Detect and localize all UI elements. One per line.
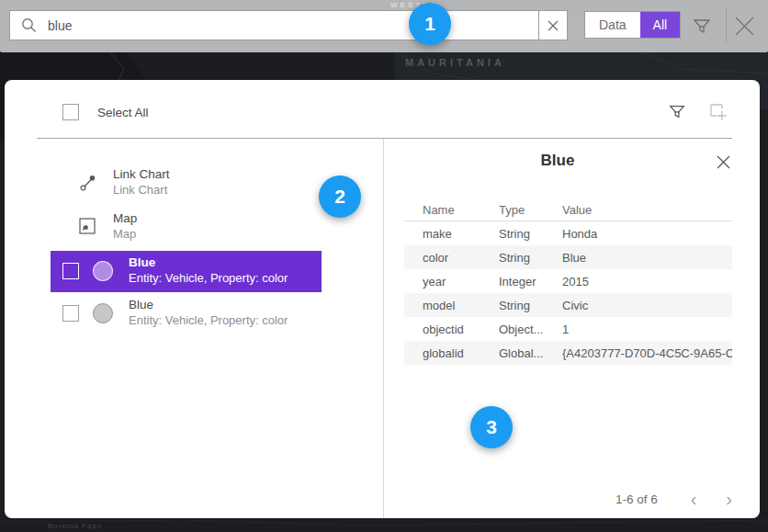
cell-name: year xyxy=(404,275,499,289)
result-item-blue[interactable]: Blue Entity: Vehicle, Property: color xyxy=(51,293,322,334)
cell-type: String xyxy=(499,227,562,241)
result-subtitle: Entity: Vehicle, Property: color xyxy=(129,312,288,328)
cell-name: globalid xyxy=(404,346,499,360)
select-all-checkbox[interactable] xyxy=(62,104,79,120)
result-title: Link Chart xyxy=(113,166,170,182)
column-header-value: Value xyxy=(562,203,732,217)
search-icon xyxy=(21,17,37,33)
select-all-label: Select All xyxy=(97,106,149,119)
table-row: year Integer 2015 xyxy=(404,269,732,293)
search-results-panel: Select All Link Chart Link Chart Map xyxy=(5,80,760,518)
chevron-left-icon[interactable]: ‹ xyxy=(691,490,697,508)
toolbar-divider xyxy=(726,8,727,43)
cell-value: {A4203777-D70D-4C5C-9A65-C... xyxy=(562,346,732,360)
cell-name: objectid xyxy=(404,323,499,336)
scope-all-button[interactable]: All xyxy=(640,12,681,38)
attributes-table: Name Type Value make String Honda color … xyxy=(404,198,732,365)
cell-name: model xyxy=(404,299,499,312)
cell-type: Object... xyxy=(499,323,562,336)
pagination-label: 1-6 of 6 xyxy=(616,492,658,506)
map-label-burkina-faso: Burkina Faso xyxy=(48,522,102,530)
result-checkbox[interactable] xyxy=(62,305,79,322)
callout-badge-3: 3 xyxy=(470,406,513,448)
result-item-map[interactable]: Map Map xyxy=(51,208,322,249)
result-title: Blue xyxy=(129,255,288,270)
detail-close-icon[interactable] xyxy=(716,154,731,170)
filter-icon[interactable] xyxy=(692,16,712,36)
detail-title: Blue xyxy=(383,152,732,170)
table-row: objectid Object... 1 xyxy=(404,317,732,341)
link-chart-icon xyxy=(79,174,97,192)
header-divider xyxy=(37,138,732,139)
app-window: MAURITANIA Burkina Faso Data All WESTER … xyxy=(0,0,768,532)
callout-badge-2: 2 xyxy=(319,175,361,218)
cell-name: make xyxy=(404,227,499,241)
cell-value: Honda xyxy=(562,227,732,241)
clear-search-button[interactable] xyxy=(538,11,567,40)
entity-circle-icon xyxy=(93,303,113,323)
column-header-type: Type xyxy=(499,203,562,217)
add-to-selection-icon[interactable] xyxy=(709,103,728,122)
chevron-right-icon[interactable]: › xyxy=(726,490,732,508)
map-icon xyxy=(79,218,96,234)
search-toolbar: Data All xyxy=(0,0,768,52)
result-item-blue-selected[interactable]: Blue Entity: Vehicle, Property: color xyxy=(51,251,322,292)
result-checkbox[interactable] xyxy=(62,263,79,279)
table-row: make String Honda xyxy=(404,221,732,245)
callout-badge-1: 1 xyxy=(409,3,451,45)
table-row: model String Civic xyxy=(404,293,732,317)
result-title: Map xyxy=(113,210,137,226)
table-header-row: Name Type Value xyxy=(404,198,732,221)
result-subtitle: Map xyxy=(113,226,137,242)
cell-value: Civic xyxy=(562,299,732,312)
cell-type: String xyxy=(499,251,562,265)
cell-value: 2015 xyxy=(562,275,732,289)
result-subtitle: Entity: Vehicle, Property: color xyxy=(129,270,288,286)
table-row: globalid Global... {A4203777-D70D-4C5C-9… xyxy=(404,341,732,365)
result-subtitle: Link Chart xyxy=(113,182,170,198)
entity-circle-icon xyxy=(93,261,113,281)
scope-segmented-control: Data All xyxy=(584,11,681,39)
table-row: color String Blue xyxy=(404,245,732,269)
pagination: 1-6 of 6 ‹ › xyxy=(616,487,732,511)
close-search-icon[interactable] xyxy=(732,14,757,39)
scope-data-button[interactable]: Data xyxy=(585,12,640,38)
cell-type: Integer xyxy=(499,275,562,289)
results-filter-icon[interactable] xyxy=(668,102,686,120)
cell-value: 1 xyxy=(562,323,732,336)
cell-type: Global... xyxy=(499,346,562,360)
cell-value: Blue xyxy=(562,251,732,265)
list-detail-divider xyxy=(383,139,384,518)
cell-name: color xyxy=(404,251,499,265)
cell-type: String xyxy=(499,299,562,312)
search-input[interactable] xyxy=(37,11,538,40)
column-header-name: Name xyxy=(404,203,499,217)
result-title: Blue xyxy=(129,297,288,312)
search-box xyxy=(9,10,568,40)
map-label-mauritania: MAURITANIA xyxy=(405,57,505,68)
result-item-link-chart[interactable]: Link Chart Link Chart xyxy=(51,164,322,205)
